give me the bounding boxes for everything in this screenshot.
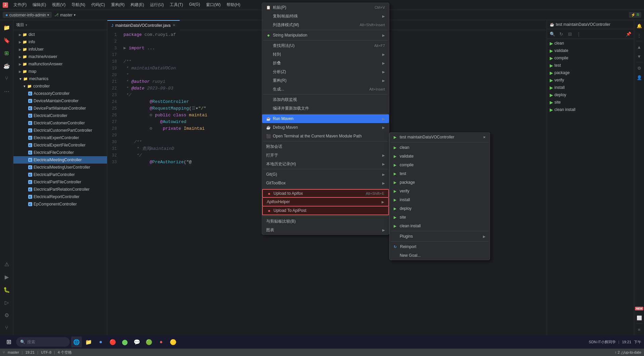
right-btn-down[interactable]: ▼ xyxy=(635,52,644,61)
menu-help[interactable]: 帮助(H) xyxy=(224,1,243,8)
tree-item-controller[interactable]: ▼ 📁 controller xyxy=(13,82,107,90)
windows-start-btn[interactable]: ⊞ xyxy=(3,336,15,348)
cm-goto[interactable]: 转到 ▶ xyxy=(262,50,389,59)
tree-item-ElectricalFileController[interactable]: C ElectricalFileController xyxy=(13,149,107,156)
right-btn-up[interactable]: ▲ xyxy=(635,43,644,51)
menu-run[interactable]: 运行(U) xyxy=(147,1,166,8)
tree-item-ElectricalPartFileController[interactable]: C ElectricalPartFileController xyxy=(13,178,107,186)
menu-file[interactable]: 文件(F) xyxy=(11,1,29,8)
taskbar-icon-2[interactable]: 📁 xyxy=(83,337,94,347)
cm-fold[interactable]: 折叠 ▶ xyxy=(262,59,389,67)
cm-open-in[interactable]: 打开于 ▶ xyxy=(262,151,389,160)
menu-nav[interactable]: 导航(N) xyxy=(69,1,88,8)
tree-item-ElectricalPartController[interactable]: C ElectricalPartController xyxy=(13,171,107,178)
maven-item-verify[interactable]: ▶ verify xyxy=(547,76,634,84)
maven-pin-btn[interactable]: 📌 xyxy=(625,30,633,38)
taskbar-icon-3[interactable]: ● xyxy=(95,337,106,347)
sidebar-bookmark-btn[interactable]: 🔖 xyxy=(1,34,13,46)
tree-item-DeviceMaintainController[interactable]: C DeviceMaintainController xyxy=(13,97,107,105)
menu-window[interactable]: 窗口(W) xyxy=(203,1,223,8)
maven-search-btn[interactable]: 🔍 xyxy=(548,30,556,38)
main-context-menu[interactable]: 📋 粘贴(P) Ctrl+V 复制/粘贴特殊 ▶ 列选择模式(M) Alt+Sh… xyxy=(262,3,389,235)
taskbar-icon-4[interactable]: 🔴 xyxy=(107,337,118,347)
right-btn-user[interactable]: 👤 xyxy=(635,73,644,82)
cm-local-history[interactable]: 本地历史记录(H) ▶ xyxy=(262,160,389,168)
cm-diagram[interactable]: 图表 ▶ xyxy=(262,226,389,234)
tree-item-ElectricalCustomerPartController[interactable]: C ElectricalCustomerPartController xyxy=(13,127,107,134)
maven-item-validate[interactable]: ▶ validate xyxy=(547,47,634,54)
run-config[interactable]: ⚡ R xyxy=(629,12,641,18)
cm-gittoolbox[interactable]: GitToolBox ▶ xyxy=(262,179,389,187)
sm-reimport[interactable]: ↻ Reimport xyxy=(390,242,490,251)
maven-refresh-btn[interactable]: ↻ xyxy=(557,30,565,38)
tree-item-DevicePartMaintainController[interactable]: C DevicePartMaintainController xyxy=(13,105,107,112)
sm-install[interactable]: ▶ install xyxy=(390,195,490,204)
tree-item-ElectricalMeetingUserController[interactable]: C ElectricalMeetingUserController xyxy=(13,164,107,171)
menu-git[interactable]: Git(G) xyxy=(186,1,203,8)
sidebar-git2-btn[interactable]: ⑂ xyxy=(1,322,13,334)
right-btn-notifications[interactable]: 🔔 xyxy=(635,21,644,30)
sm-package[interactable]: ▶ package xyxy=(390,178,490,187)
menu-edit[interactable]: 编辑(E) xyxy=(30,1,49,8)
branch-selector[interactable]: ⎇ master ▾ xyxy=(54,13,76,17)
cm-run-maven[interactable]: ☕ Run Maven ▶ xyxy=(262,114,389,123)
tree-item-ElectricalExpertFileController[interactable]: C ElectricalExpertFileController xyxy=(13,141,107,149)
tree-item-ElectricalExpertController[interactable]: C ElectricalExpertController xyxy=(13,134,107,141)
cm-upload-apipost[interactable]: ● Upload To ApiPost xyxy=(262,206,389,215)
menu-tools[interactable]: 工具(T) xyxy=(167,1,186,8)
cm-add-monitor[interactable]: 添加内联监视 xyxy=(262,95,389,104)
cm-git[interactable]: Git(G) ▶ xyxy=(262,170,389,179)
maven-item-clean-install[interactable]: ▶ clean install xyxy=(547,106,634,113)
taskbar-icon-7[interactable]: 🟢 xyxy=(144,337,154,347)
run-maven-submenu[interactable]: ▶ test maintainDataVOController ✕ ▶ clea… xyxy=(389,132,490,260)
taskbar-icon-6[interactable]: 💬 xyxy=(132,337,142,347)
right-btn-more[interactable]: ⋮ xyxy=(635,31,644,40)
sidebar-problems-btn[interactable]: ⚠ xyxy=(1,258,13,270)
tab-close-btn[interactable]: ✕ xyxy=(172,23,176,27)
cm-upload-apifox[interactable]: ● Upload to Apifox Alt+Shift+E xyxy=(262,189,389,198)
sm-test-maintain[interactable]: ▶ test maintainDataVOController ✕ xyxy=(390,133,490,141)
tree-item-ElectricalPartRelationController[interactable]: C ElectricalPartRelationController xyxy=(13,186,107,193)
tree-item-info[interactable]: ▶ 📁 info xyxy=(13,38,107,46)
cm-column-select[interactable]: 列选择模式(M) Alt+Shift+Insert xyxy=(262,20,389,29)
sm-test[interactable]: ▶ test xyxy=(390,169,490,178)
sidebar-project-btn[interactable]: 📁 xyxy=(1,21,13,34)
taskbar-icon-8[interactable]: ● xyxy=(156,337,166,347)
tree-item-AccessoryController[interactable]: C AccessoryController xyxy=(13,90,107,97)
sidebar-structure-btn[interactable]: ⊞ xyxy=(1,47,13,59)
sidebar-terminal-btn[interactable]: ▶ xyxy=(1,271,13,283)
menu-refactor[interactable]: 重构(R) xyxy=(108,1,128,8)
project-panel-dropdown[interactable]: ▾ xyxy=(26,23,27,27)
sidebar-git-btn[interactable]: ⑂ xyxy=(1,72,13,84)
sidebar-more-btn[interactable]: ⋯ xyxy=(1,85,13,97)
cm-paste-special[interactable]: 复制/粘贴特殊 ▶ xyxy=(262,12,389,20)
tree-item-malfunctionAnswer[interactable]: ▶ 📁 malfunctionAnswer xyxy=(13,60,107,68)
maven-collapse-btn[interactable]: ⊟ xyxy=(566,30,574,38)
sidebar-services-btn[interactable]: ⚙ xyxy=(1,309,13,321)
tree-item-ElectricalCustomerController[interactable]: C ElectricalCustomerController xyxy=(13,119,107,127)
menu-build[interactable]: 构建(E) xyxy=(128,1,147,8)
sm-verify[interactable]: ▶ verify xyxy=(390,187,490,195)
menu-view[interactable]: 视图(V) xyxy=(49,1,68,8)
sm-compile[interactable]: ▶ compile xyxy=(390,161,490,169)
tree-item-map[interactable]: ▶ 📁 map xyxy=(13,68,107,75)
tree-item-ElectricalMeetingController[interactable]: C ElectricalMeetingController xyxy=(13,156,107,164)
sm-validate[interactable]: ▶ validate xyxy=(390,152,490,161)
maven-item-compile[interactable]: ▶ compile xyxy=(547,54,634,62)
maven-item-test[interactable]: ▶ test xyxy=(547,62,634,69)
right-btn-screen[interactable]: ⬜ xyxy=(635,313,644,322)
sm-new-goal[interactable]: New Goal... xyxy=(390,251,490,260)
taskbar-icon-5[interactable]: ⬤ xyxy=(119,337,130,347)
tree-item-infoUser[interactable]: ▶ 📁 infoUser xyxy=(13,46,107,53)
tab-maintainDataVOController[interactable]: J maintainDataVOController.java ✕ xyxy=(107,20,180,30)
taskbar-icon-1[interactable]: 🌐 xyxy=(71,337,82,347)
sm-plugins[interactable]: Plugins ▶ xyxy=(390,232,490,241)
cm-paste[interactable]: 📋 粘贴(P) Ctrl+V xyxy=(262,3,389,12)
tree-item-dict[interactable]: ▶ 📁 dict xyxy=(13,31,107,38)
project-selector[interactable]: ● customer-info-admin ▾ xyxy=(3,12,52,18)
maven-item-deploy[interactable]: ▶ deploy xyxy=(547,91,634,99)
tree-item-ElectricalController[interactable]: C ElectricalController xyxy=(13,112,107,119)
maven-item-package[interactable]: ▶ package xyxy=(547,69,634,76)
cm-generate[interactable]: 生成... Alt+Insert xyxy=(262,85,389,94)
cm-compile-reload[interactable]: 编译并重新加载文件 xyxy=(262,104,389,113)
